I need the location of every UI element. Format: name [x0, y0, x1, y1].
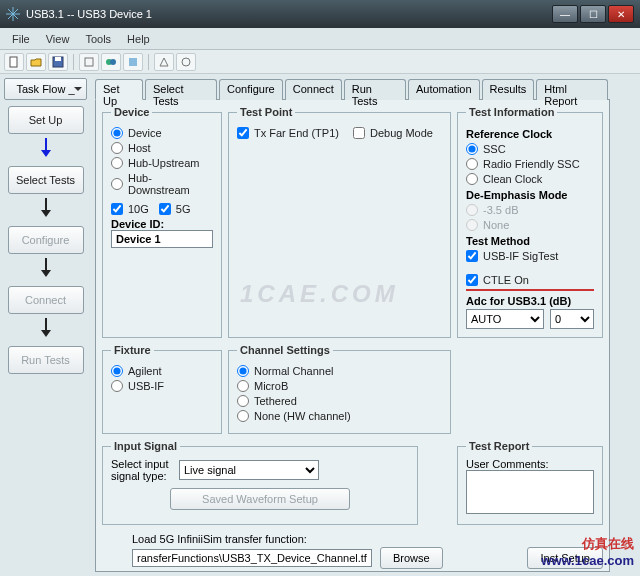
- tx-farend-check[interactable]: [237, 127, 249, 139]
- inputsignal-group: Input Signal Select input signal type: L…: [102, 440, 418, 525]
- refclock-label: Reference Clock: [466, 128, 594, 140]
- tab-automation[interactable]: Automation: [408, 79, 480, 100]
- tool-icon-1[interactable]: [79, 53, 99, 71]
- fixture-group: Fixture Agilent USB-IF: [102, 344, 222, 434]
- adc-auto-select[interactable]: AUTO: [466, 309, 544, 329]
- testmethod-label: Test Method: [466, 235, 594, 247]
- open-icon[interactable]: [26, 53, 46, 71]
- menu-view[interactable]: View: [38, 30, 78, 48]
- saved-waveform-button: Saved Waveform Setup: [170, 488, 350, 510]
- channel-legend: Channel Settings: [237, 344, 333, 356]
- load-transfer-label: Load 5G InfiniiSim transfer function:: [132, 533, 603, 545]
- toolbar: [0, 50, 640, 74]
- rate-10g-check[interactable]: [111, 203, 123, 215]
- device-radio-hub-up[interactable]: [111, 157, 123, 169]
- channel-tethered[interactable]: [237, 395, 249, 407]
- arrow-icon: [4, 316, 87, 340]
- testreport-group: Test Report User Comments:: [457, 440, 603, 525]
- adc-label: Adc for USB3.1 (dB): [466, 295, 594, 307]
- refclock-clean[interactable]: [466, 173, 478, 185]
- step-connect[interactable]: Connect: [8, 286, 84, 314]
- fixture-usbif[interactable]: [111, 380, 123, 392]
- device-radio-device[interactable]: [111, 127, 123, 139]
- new-icon[interactable]: [4, 53, 24, 71]
- tool-icon-3[interactable]: [123, 53, 143, 71]
- svg-rect-6: [55, 57, 61, 61]
- fixture-legend: Fixture: [111, 344, 154, 356]
- tab-results[interactable]: Results: [482, 79, 535, 100]
- browse-button-1[interactable]: Browse: [380, 547, 443, 569]
- channel-normal[interactable]: [237, 365, 249, 377]
- task-flow-header[interactable]: Task Flow _: [4, 78, 87, 100]
- ctle-underline: [466, 289, 594, 291]
- ctle-on-check[interactable]: [466, 274, 478, 286]
- device-legend: Device: [111, 106, 152, 118]
- tab-bar: Set Up Select Tests Configure Connect Ru…: [95, 78, 610, 100]
- arrow-icon: [4, 256, 87, 280]
- app-icon: [6, 7, 20, 21]
- adc-db-select[interactable]: 0: [550, 309, 594, 329]
- tab-html-report[interactable]: Html Report: [536, 79, 608, 100]
- inputsignal-select[interactable]: Live signal: [179, 460, 319, 480]
- tab-connect[interactable]: Connect: [285, 79, 342, 100]
- refclock-radio-friendly[interactable]: [466, 158, 478, 170]
- inst-setup-button[interactable]: Inst Setup: [527, 547, 603, 569]
- testpoint-legend: Test Point: [237, 106, 295, 118]
- save-icon[interactable]: [48, 53, 68, 71]
- device-id-input[interactable]: [111, 230, 213, 248]
- testinfo-group: Test Information Reference Clock SSC Rad…: [457, 106, 603, 338]
- separator: [73, 54, 74, 70]
- rate-5g-check[interactable]: [159, 203, 171, 215]
- sigtest-check[interactable]: [466, 250, 478, 262]
- fixture-agilent[interactable]: [111, 365, 123, 377]
- transfer-path-1[interactable]: [132, 549, 372, 567]
- tab-configure[interactable]: Configure: [219, 79, 283, 100]
- step-setup[interactable]: Set Up: [8, 106, 84, 134]
- step-run-tests[interactable]: Run Tests: [8, 346, 84, 374]
- separator: [148, 54, 149, 70]
- channel-none[interactable]: [237, 410, 249, 422]
- menu-help[interactable]: Help: [119, 30, 158, 48]
- channel-microb[interactable]: [237, 380, 249, 392]
- inputsignal-label: Select input signal type:: [111, 458, 175, 482]
- step-configure[interactable]: Configure: [8, 226, 84, 254]
- svg-point-9: [110, 59, 116, 65]
- arrow-icon: [4, 196, 87, 220]
- inputsignal-legend: Input Signal: [111, 440, 180, 452]
- channel-group: Channel Settings Normal Channel MicroB T…: [228, 344, 451, 434]
- menu-file[interactable]: File: [4, 30, 38, 48]
- testpoint-group: Test Point Tx Far End (TP1) Debug Mode: [228, 106, 451, 338]
- svg-rect-10: [129, 58, 137, 66]
- debug-mode-check[interactable]: [353, 127, 365, 139]
- tab-run-tests[interactable]: Run Tests: [344, 79, 406, 100]
- deemph-label: De-Emphasis Mode: [466, 189, 594, 201]
- svg-point-11: [182, 58, 190, 66]
- testinfo-legend: Test Information: [466, 106, 557, 118]
- tool-icon-4[interactable]: [154, 53, 174, 71]
- window-title: USB3.1 -- USB3 Device 1: [26, 8, 152, 20]
- title-bar: USB3.1 -- USB3 Device 1 — ☐ ✕: [0, 0, 640, 28]
- tool-icon-2[interactable]: [101, 53, 121, 71]
- tool-icon-5[interactable]: [176, 53, 196, 71]
- task-flow-panel: Task Flow _ Set Up Select Tests Configur…: [0, 74, 91, 576]
- maximize-button[interactable]: ☐: [580, 5, 606, 23]
- tab-setup[interactable]: Set Up: [95, 79, 143, 100]
- close-button[interactable]: ✕: [608, 5, 634, 23]
- arrow-icon: [4, 136, 87, 160]
- deemph-35: [466, 204, 478, 216]
- minimize-button[interactable]: —: [552, 5, 578, 23]
- device-group: Device Device Host Hub-Upstream Hub-Down…: [102, 106, 222, 338]
- step-select-tests[interactable]: Select Tests: [8, 166, 84, 194]
- usercomments-label: User Comments:: [466, 458, 594, 470]
- menu-tools[interactable]: Tools: [77, 30, 119, 48]
- testreport-legend: Test Report: [466, 440, 532, 452]
- svg-rect-7: [85, 58, 93, 66]
- usercomments-input[interactable]: [466, 470, 594, 514]
- device-radio-hub-down[interactable]: [111, 178, 123, 190]
- deemph-none: [466, 219, 478, 231]
- tab-select-tests[interactable]: Select Tests: [145, 79, 217, 100]
- device-radio-host[interactable]: [111, 142, 123, 154]
- refclock-ssc[interactable]: [466, 143, 478, 155]
- setup-panel: Device Device Host Hub-Upstream Hub-Down…: [95, 100, 610, 572]
- menu-bar: File View Tools Help: [0, 28, 640, 50]
